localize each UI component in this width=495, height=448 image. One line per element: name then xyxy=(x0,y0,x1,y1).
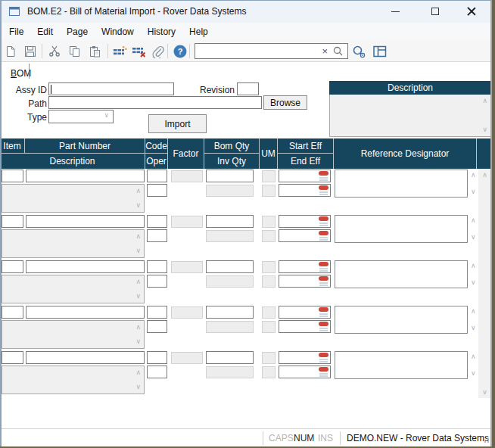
menu-page[interactable]: Page xyxy=(60,23,95,40)
new-document-icon[interactable] xyxy=(2,43,19,60)
scroll-up-icon[interactable]: ∧ xyxy=(471,308,476,315)
scroll-up-icon[interactable]: ∧ xyxy=(135,188,141,194)
oper-input[interactable] xyxy=(147,366,167,378)
scroll-down-icon[interactable]: ∨ xyxy=(135,293,141,300)
header-part-number: Part Number xyxy=(25,138,145,154)
grid-vertical-scrollbar[interactable]: ∧ ∨ xyxy=(478,169,491,398)
start-eff-calendar-icon[interactable] xyxy=(318,307,329,317)
help-icon[interactable]: ? xyxy=(172,43,188,60)
scroll-up-icon[interactable]: ∧ xyxy=(135,369,141,376)
scroll-down-icon[interactable]: ∨ xyxy=(135,338,141,345)
scroll-up-icon[interactable]: ∧ xyxy=(478,169,491,181)
scroll-up-icon[interactable]: ∧ xyxy=(471,172,476,179)
end-eff-calendar-icon[interactable] xyxy=(318,185,329,195)
scroll-up-icon[interactable]: ∧ xyxy=(482,98,487,104)
bom-qty-input[interactable] xyxy=(206,306,254,319)
insert-row-icon[interactable] xyxy=(112,43,129,60)
scroll-down-icon[interactable]: ∨ xyxy=(471,370,476,377)
scroll-up-icon[interactable]: ∧ xyxy=(471,353,476,360)
assy-id-input[interactable] xyxy=(48,82,174,95)
import-button[interactable]: Import xyxy=(148,114,207,133)
scroll-up-icon[interactable]: ∧ xyxy=(135,233,141,240)
part-number-input[interactable] xyxy=(26,170,145,182)
reference-designator-textarea[interactable] xyxy=(335,215,468,243)
item-input[interactable] xyxy=(2,170,23,182)
scroll-down-icon[interactable]: ∨ xyxy=(478,386,491,398)
scroll-down-icon[interactable]: ∨ xyxy=(135,384,141,390)
close-button[interactable] xyxy=(459,2,484,21)
scroll-down-icon[interactable]: ∨ xyxy=(135,247,141,254)
start-eff-calendar-icon[interactable] xyxy=(318,262,329,272)
end-eff-calendar-icon[interactable] xyxy=(318,231,329,241)
part-number-input[interactable] xyxy=(26,351,145,364)
chevron-down-icon: ∨ xyxy=(104,112,109,119)
menu-history[interactable]: History xyxy=(141,23,182,40)
scroll-up-icon[interactable]: ∧ xyxy=(135,278,141,285)
advanced-find-icon[interactable] xyxy=(350,43,367,60)
path-input[interactable] xyxy=(48,96,262,109)
start-eff-calendar-icon[interactable] xyxy=(318,353,329,362)
scroll-up-icon[interactable]: ∧ xyxy=(471,217,476,224)
end-eff-calendar-icon[interactable] xyxy=(318,367,329,377)
bom-qty-input[interactable] xyxy=(206,351,254,364)
code-input[interactable] xyxy=(147,215,167,228)
clear-search-icon[interactable]: × xyxy=(322,45,328,57)
layout-icon[interactable] xyxy=(372,43,388,60)
save-icon[interactable] xyxy=(22,43,39,60)
item-input[interactable] xyxy=(2,306,23,319)
cut-icon[interactable] xyxy=(46,43,63,60)
reference-designator-textarea[interactable] xyxy=(335,351,468,379)
inv-qty-field xyxy=(206,366,254,378)
reference-designator-textarea[interactable] xyxy=(335,306,468,334)
tab-bom[interactable]: BOM xyxy=(8,64,34,79)
minimize-button[interactable] xyxy=(382,2,408,21)
item-input[interactable] xyxy=(2,351,23,364)
part-number-input[interactable] xyxy=(26,215,145,228)
scroll-down-icon[interactable]: ∨ xyxy=(135,202,141,209)
reference-designator-textarea[interactable] xyxy=(335,260,468,288)
paste-icon[interactable] xyxy=(86,43,103,60)
oper-input[interactable] xyxy=(147,275,167,288)
item-input[interactable] xyxy=(2,260,23,273)
bom-qty-input[interactable] xyxy=(206,215,254,228)
oper-input[interactable] xyxy=(147,229,167,242)
menu-help[interactable]: Help xyxy=(182,23,215,40)
scroll-down-icon[interactable]: ∨ xyxy=(471,279,476,286)
start-eff-calendar-icon[interactable] xyxy=(318,216,329,226)
code-input[interactable] xyxy=(147,170,167,182)
part-number-input[interactable] xyxy=(26,306,145,319)
oper-input[interactable] xyxy=(147,320,167,333)
scroll-up-icon[interactable]: ∧ xyxy=(135,324,141,331)
delete-row-icon[interactable] xyxy=(131,43,148,60)
part-number-input[interactable] xyxy=(26,260,145,273)
end-eff-calendar-icon[interactable] xyxy=(318,322,329,331)
start-eff-calendar-icon[interactable] xyxy=(318,171,329,181)
oper-input[interactable] xyxy=(147,184,167,197)
copy-icon[interactable] xyxy=(67,43,83,60)
scroll-down-icon[interactable]: ∨ xyxy=(471,234,476,241)
item-input[interactable] xyxy=(2,215,23,228)
search-input[interactable] xyxy=(197,45,324,58)
attachment-icon[interactable] xyxy=(149,43,166,60)
um-field xyxy=(262,185,276,197)
resize-grip[interactable] xyxy=(481,435,489,443)
revision-input[interactable] xyxy=(237,82,259,95)
scroll-up-icon[interactable]: ∧ xyxy=(471,263,476,269)
search-icon[interactable] xyxy=(332,45,344,58)
end-eff-calendar-icon[interactable] xyxy=(318,276,329,286)
menu-window[interactable]: Window xyxy=(95,23,141,40)
maximize-button[interactable] xyxy=(422,2,448,21)
code-input[interactable] xyxy=(147,260,167,273)
scroll-down-icon[interactable]: ∨ xyxy=(471,325,476,331)
menu-file[interactable]: File xyxy=(2,23,30,40)
reference-designator-textarea[interactable] xyxy=(335,170,468,198)
bom-qty-input[interactable] xyxy=(206,170,254,182)
browse-button[interactable]: Browse xyxy=(263,95,307,110)
code-input[interactable] xyxy=(147,351,167,364)
scroll-down-icon[interactable]: ∨ xyxy=(482,126,487,133)
code-input[interactable] xyxy=(147,306,167,319)
menu-edit[interactable]: Edit xyxy=(30,23,60,40)
scroll-down-icon[interactable]: ∨ xyxy=(471,188,476,195)
type-dropdown[interactable]: ∨ xyxy=(48,110,114,123)
bom-qty-input[interactable] xyxy=(206,260,254,273)
